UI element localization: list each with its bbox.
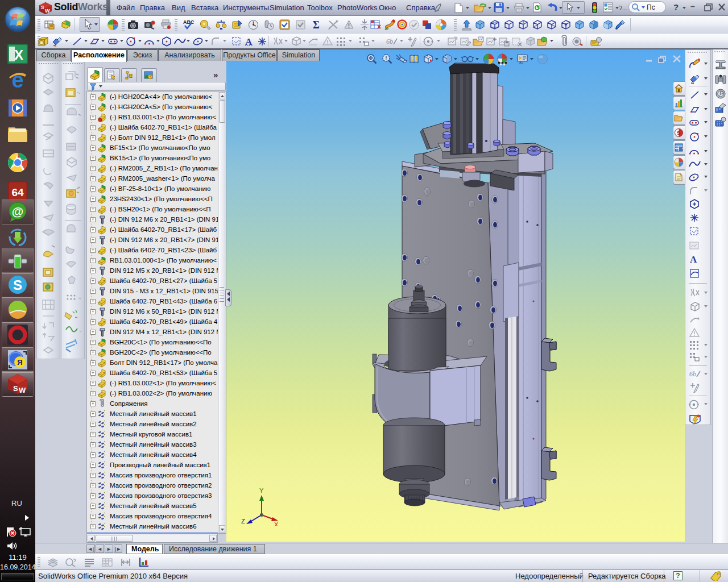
- svg-text:S: S: [13, 384, 18, 393]
- svg-text:W: W: [45, 8, 50, 14]
- svg-text:e: e: [11, 68, 23, 91]
- svg-text:Y: Y: [259, 487, 264, 494]
- svg-text:S: S: [13, 277, 22, 293]
- svg-text:S: S: [41, 5, 44, 10]
- svg-text:6b: 6b: [689, 370, 696, 378]
- svg-text:64: 64: [11, 186, 24, 198]
- svg-text:X: X: [14, 47, 23, 63]
- svg-text:6b: 6b: [386, 38, 393, 45]
- svg-text:S: S: [677, 130, 680, 136]
- svg-text:Я: Я: [17, 358, 22, 367]
- svg-text:ABC: ABC: [183, 19, 195, 25]
- svg-text:A: A: [690, 254, 697, 265]
- svg-text:@: @: [12, 205, 23, 218]
- svg-text:X: X: [274, 521, 279, 526]
- svg-text:W: W: [19, 386, 26, 394]
- svg-text:Σ: Σ: [313, 19, 320, 31]
- svg-text:Z: Z: [241, 518, 245, 525]
